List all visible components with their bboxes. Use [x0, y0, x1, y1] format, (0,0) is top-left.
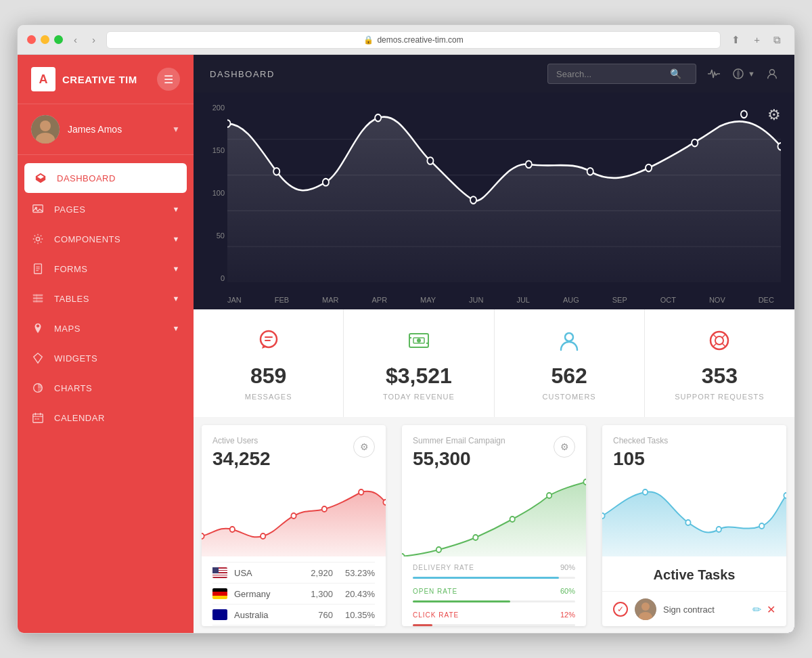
task-text: Sign contract [663, 605, 746, 615]
new-tab-button[interactable]: + [750, 31, 764, 49]
gear-icon [31, 232, 45, 246]
pulse-button[interactable] [707, 68, 721, 79]
customers-label: CUSTOMERS [543, 393, 596, 401]
charts-label: CHARTS [54, 383, 180, 393]
stat-messages: 859 MESSAGES [194, 309, 344, 417]
active-users-title: Active Users [212, 436, 271, 445]
x-apr: APR [372, 296, 388, 304]
calendar-label: CALENDAR [54, 413, 180, 423]
user-button[interactable] [766, 68, 778, 80]
flag-au [212, 609, 227, 620]
main-nav: DASHBOARD PAGES ▼ [18, 155, 194, 634]
delivery-rate-bar-bg [413, 577, 575, 579]
sidebar-item-tables[interactable]: TABLES ▼ [18, 284, 194, 313]
x-aug: AUG [563, 296, 579, 304]
svg-rect-12 [33, 301, 43, 303]
country-count-usa: 2,920 [311, 568, 333, 578]
sidebar-item-dashboard[interactable]: DASHBOARD [24, 163, 187, 193]
close-dot[interactable] [27, 35, 36, 44]
svg-point-36 [692, 139, 698, 147]
forward-button[interactable]: › [88, 31, 99, 48]
svg-point-59 [359, 489, 363, 495]
active-users-settings[interactable]: ⚙ [353, 436, 375, 458]
address-bar[interactable]: 🔒 demos.creative-tim.com [106, 31, 721, 49]
task-delete-button[interactable]: ✕ [767, 603, 775, 616]
svg-point-55 [230, 527, 235, 532]
y-label-50: 50 [199, 232, 225, 240]
country-pct-usa: 53.23% [345, 568, 375, 578]
active-users-value: 34,252 [212, 448, 271, 470]
lock-icon: 🔒 [363, 35, 374, 45]
components-label: COMPONENTS [54, 234, 163, 244]
delivery-stats: DELIVERY RATE 90% OPEN RATE 60% [402, 556, 586, 626]
chart-x-axis: JAN FEB MAR APR MAY JUN JUL AUG SEP OCT … [227, 296, 774, 304]
stat-revenue: $3,521 TODAY REVENUE [344, 309, 494, 417]
country-list: USA 2,920 53.23% Germany 1,300 20.43% [202, 556, 386, 626]
email-campaign-value: 55,300 [413, 448, 505, 470]
sidebar-item-widgets[interactable]: WIDGETS [18, 343, 194, 373]
svg-line-52 [713, 344, 717, 347]
svg-point-66 [583, 479, 586, 485]
stat-customers: 562 CUSTOMERS [495, 309, 645, 417]
search-icon: 🔍 [670, 68, 681, 79]
user-dropdown-arrow: ▼ [172, 125, 180, 134]
country-pct-au: 10.35% [345, 610, 375, 620]
app-container: A CREATIVE TIM ☰ James Amos ▼ [18, 55, 794, 634]
user-profile[interactable]: James Amos ▼ [18, 104, 194, 155]
theme-button[interactable]: ▼ [731, 68, 755, 80]
cards-row: Active Users 34,252 ⚙ [194, 417, 794, 634]
email-campaign-chart [402, 475, 586, 556]
task-edit-button[interactable]: ✏ [752, 603, 761, 616]
flag-us [212, 567, 227, 578]
sidebar-item-forms[interactable]: FORMS ▼ [18, 254, 194, 284]
open-rate-bar [413, 600, 510, 602]
search-container: 🔍 [547, 64, 696, 84]
sidebar-item-calendar[interactable]: CALENDAR [18, 403, 194, 433]
tabs-button[interactable]: ⧉ [769, 31, 785, 49]
minimize-dot[interactable] [41, 35, 49, 44]
back-button[interactable]: ‹ [70, 31, 81, 48]
svg-point-56 [261, 533, 265, 539]
share-button[interactable]: ⬆ [727, 31, 744, 49]
email-campaign-card: Summer Email Campaign 55,300 ⚙ [402, 425, 586, 626]
svg-point-69 [685, 520, 690, 525]
svg-point-48 [710, 332, 728, 349]
svg-rect-19 [35, 418, 37, 420]
chart-settings-button[interactable]: ⚙ [767, 106, 781, 124]
user-name: James Amos [68, 124, 164, 135]
hamburger-button[interactable]: ☰ [157, 68, 180, 91]
svg-point-70 [717, 527, 721, 532]
svg-line-53 [723, 344, 726, 347]
svg-point-67 [602, 513, 605, 519]
sidebar-item-maps[interactable]: MAPS ▼ [18, 313, 194, 343]
sidebar-item-charts[interactable]: CHARTS [18, 373, 194, 403]
checked-tasks-header: Checked Tasks 105 [602, 425, 786, 475]
click-rate-value: 12% [560, 611, 575, 619]
dashboard-label: DASHBOARD [57, 173, 177, 183]
svg-point-61 [402, 554, 405, 556]
list-item: Germany 1,300 20.43% [212, 583, 375, 604]
search-input[interactable] [556, 69, 664, 79]
x-sep: SEP [612, 296, 627, 304]
browser-window: ‹ › 🔒 demos.creative-tim.com ⬆ + ⧉ A CRE… [17, 24, 795, 634]
active-users-header: Active Users 34,252 ⚙ [202, 425, 386, 475]
svg-point-33 [526, 160, 532, 168]
sidebar-item-components[interactable]: COMPONENTS ▼ [18, 224, 194, 254]
widgets-label: WIDGETS [54, 353, 180, 364]
logo-icon: A [31, 67, 55, 91]
svg-point-58 [322, 506, 327, 512]
open-rate-bar-bg [413, 600, 575, 602]
sidebar-item-pages[interactable]: PAGES ▼ [18, 194, 194, 224]
forms-arrow: ▼ [173, 265, 180, 273]
country-count-au: 760 [318, 610, 333, 620]
maximize-dot[interactable] [54, 35, 63, 44]
email-campaign-settings[interactable]: ⚙ [554, 436, 575, 458]
sidebar: A CREATIVE TIM ☰ James Amos ▼ [18, 55, 194, 634]
list-icon [31, 292, 45, 305]
page-title: DASHBOARD [210, 69, 547, 79]
list-item: Australia 760 10.35% [212, 604, 375, 625]
messages-label: MESSAGES [245, 393, 292, 401]
avatar [31, 115, 60, 144]
sidebar-header: A CREATIVE TIM ☰ [18, 55, 194, 104]
svg-point-65 [547, 493, 551, 498]
